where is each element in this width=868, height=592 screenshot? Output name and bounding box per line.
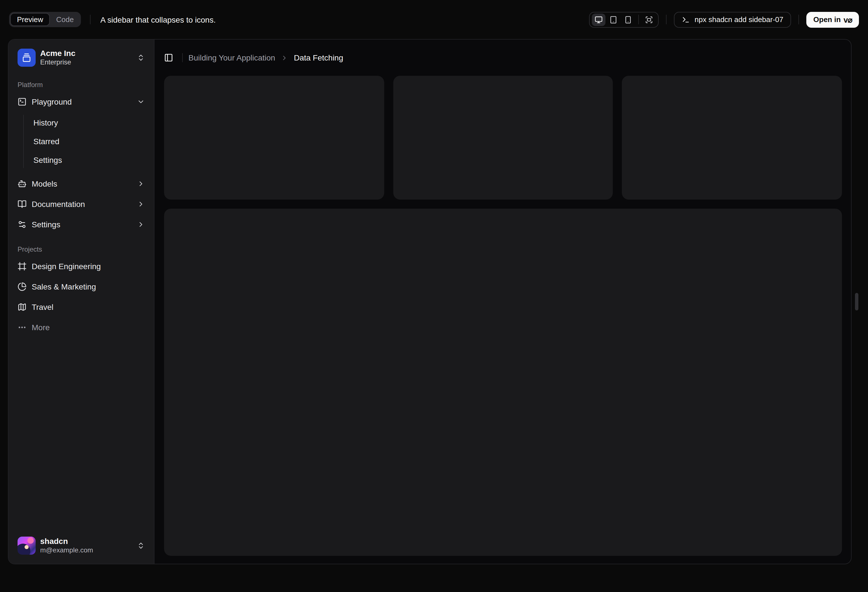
sidebar-item-design-engineering[interactable]: Design Engineering bbox=[13, 257, 149, 275]
toolbar: Preview Code A sidebar that collapses to… bbox=[0, 0, 868, 39]
sidebar-item-label: Settings bbox=[32, 220, 132, 229]
v0-logo: v⌀ bbox=[844, 15, 852, 24]
placeholder-card bbox=[164, 76, 384, 200]
blocks-preview-page: Preview Code A sidebar that collapses to… bbox=[0, 0, 868, 592]
sidebar-subitem-history[interactable]: History bbox=[24, 115, 149, 131]
group-label-platform: Platform bbox=[13, 77, 149, 93]
team-switcher[interactable]: Acme Inc Enterprise bbox=[13, 44, 149, 71]
pie-chart-icon bbox=[18, 282, 27, 291]
viewport-toggle-group bbox=[589, 12, 658, 27]
content-header: Building Your Application Data Fetching bbox=[155, 40, 851, 76]
sidebar-item-label: More bbox=[32, 323, 145, 332]
divider bbox=[666, 15, 666, 24]
open-in-v0-button[interactable]: Open in v⌀ bbox=[807, 12, 859, 27]
placeholder-card bbox=[622, 76, 842, 200]
user-name: shadcn bbox=[40, 537, 133, 546]
tab-code[interactable]: Code bbox=[50, 13, 80, 26]
settings-sliders-icon bbox=[18, 220, 27, 229]
user-text: shadcn m@example.com bbox=[40, 537, 133, 555]
panel-left-icon bbox=[164, 53, 173, 62]
bot-icon bbox=[18, 179, 27, 188]
projects-menu: Design Engineering Sales & Marketing Tra… bbox=[13, 257, 149, 336]
sidebar-item-documentation[interactable]: Documentation bbox=[13, 195, 149, 213]
ellipsis-icon bbox=[18, 323, 27, 332]
breadcrumb-parent[interactable]: Building Your Application bbox=[188, 53, 275, 62]
toolbar-left: Preview Code A sidebar that collapses to… bbox=[9, 12, 216, 27]
sidebar-item-travel[interactable]: Travel bbox=[13, 298, 149, 316]
team-text: Acme Inc Enterprise bbox=[40, 49, 133, 67]
sidebar-item-playground[interactable]: Playground bbox=[13, 93, 149, 111]
breadcrumb-current: Data Fetching bbox=[294, 53, 343, 62]
frame-icon bbox=[18, 262, 27, 271]
chevrons-up-down-icon bbox=[137, 54, 145, 62]
toolbar-right: npx shadcn add sidebar-07 Open in v⌀ bbox=[589, 12, 859, 27]
chevron-down-icon bbox=[137, 98, 145, 106]
sidebar-item-sales-marketing[interactable]: Sales & Marketing bbox=[13, 278, 149, 296]
sidebar-item-label: Sales & Marketing bbox=[32, 282, 145, 291]
team-logo bbox=[18, 49, 35, 67]
team-name: Acme Inc bbox=[40, 49, 133, 59]
square-terminal-icon bbox=[18, 97, 27, 106]
chevron-right-icon bbox=[137, 200, 145, 208]
breadcrumb: Building Your Application Data Fetching bbox=[188, 53, 343, 62]
chevrons-up-down-icon bbox=[137, 542, 145, 549]
chevron-right-icon bbox=[137, 221, 145, 228]
sidebar-item-label: Documentation bbox=[32, 200, 132, 209]
main-content: Building Your Application Data Fetching bbox=[155, 40, 851, 564]
sidebar-item-settings[interactable]: Settings bbox=[13, 215, 149, 234]
viewport-mobile-button[interactable] bbox=[621, 13, 635, 26]
sidebar-group-platform: Platform Playground History Starred Sett… bbox=[13, 77, 149, 234]
sidebar-item-label: Travel bbox=[32, 302, 145, 312]
sidebar-subitem-settings[interactable]: Settings bbox=[24, 152, 149, 168]
terminal-icon bbox=[682, 16, 689, 24]
monitor-icon bbox=[595, 16, 602, 24]
app-sidebar: Acme Inc Enterprise Platform Playground … bbox=[9, 40, 155, 564]
placeholder-cards-row bbox=[164, 76, 842, 200]
block-description: A sidebar that collapses to icons. bbox=[100, 15, 216, 24]
chevron-right-icon bbox=[281, 54, 288, 61]
chevron-right-icon bbox=[137, 180, 145, 188]
sidebar-toggle-button[interactable] bbox=[161, 50, 177, 66]
fullscreen-button[interactable] bbox=[642, 13, 655, 26]
team-plan: Enterprise bbox=[40, 59, 133, 67]
sidebar-item-models[interactable]: Models bbox=[13, 175, 149, 193]
open-in-label: Open in bbox=[813, 15, 841, 24]
placeholder-card bbox=[393, 76, 613, 200]
command-text: npx shadcn add sidebar-07 bbox=[695, 15, 784, 24]
fullscreen-icon bbox=[645, 16, 653, 24]
block-preview-frame: Acme Inc Enterprise Platform Playground … bbox=[8, 39, 852, 564]
book-open-icon bbox=[18, 200, 27, 209]
user-email: m@example.com bbox=[40, 546, 133, 555]
tab-preview[interactable]: Preview bbox=[10, 13, 50, 26]
tablet-icon bbox=[609, 16, 617, 24]
sidebar-group-projects: Projects Design Engineering Sales & Mark… bbox=[13, 242, 149, 336]
divider bbox=[90, 15, 91, 24]
divider bbox=[182, 53, 183, 62]
viewport-tablet-button[interactable] bbox=[606, 13, 620, 26]
user-menu[interactable]: shadcn m@example.com bbox=[13, 532, 149, 559]
group-label-projects: Projects bbox=[13, 242, 149, 257]
divider bbox=[799, 15, 799, 24]
page-scrollbar-thumb[interactable] bbox=[855, 293, 858, 311]
sidebar-item-label: Playground bbox=[32, 97, 132, 106]
smartphone-icon bbox=[624, 16, 632, 24]
user-avatar bbox=[18, 537, 35, 555]
sidebar-item-label: Design Engineering bbox=[32, 262, 145, 271]
map-icon bbox=[18, 302, 27, 312]
platform-menu: Playground History Starred Settings Mode… bbox=[13, 93, 149, 234]
view-toggle: Preview Code bbox=[9, 12, 81, 27]
sidebar-subitem-starred[interactable]: Starred bbox=[24, 133, 149, 149]
divider bbox=[638, 15, 639, 24]
sidebar-item-label: Models bbox=[32, 179, 132, 188]
placeholder-content-panel bbox=[164, 209, 842, 556]
copy-command-button[interactable]: npx shadcn add sidebar-07 bbox=[674, 12, 791, 27]
gallery-vertical-end-icon bbox=[22, 53, 31, 62]
viewport-desktop-button[interactable] bbox=[592, 13, 605, 26]
playground-submenu: History Starred Settings bbox=[23, 115, 149, 168]
sidebar-item-more[interactable]: More bbox=[13, 318, 149, 336]
